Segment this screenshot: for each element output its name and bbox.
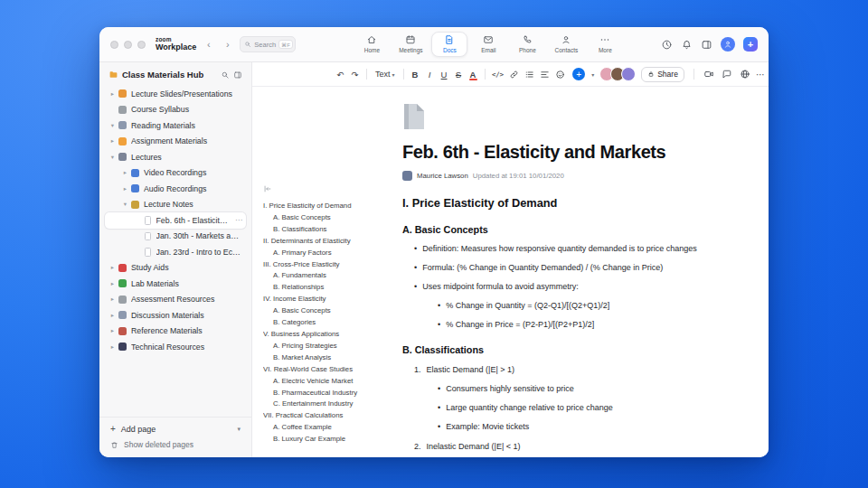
outline-item[interactable]: A. Basic Concepts	[263, 305, 392, 317]
outline-item[interactable]: A. Coffee Example	[263, 422, 392, 434]
outline-item[interactable]: IV. Income Elasticity	[263, 294, 392, 305]
document-canvas[interactable]: I. Price Elasticity of Demand A. Basic C…	[252, 87, 769, 457]
sidebar-item[interactable]: ▾ Reading Materials	[105, 117, 246, 134]
outline-item[interactable]: A. Basic Concepts	[263, 212, 392, 224]
sidebar-item[interactable]: ▸ Reference Materials	[105, 324, 246, 340]
chevron-down-icon[interactable]: ▾	[121, 201, 129, 208]
chevron-right-icon[interactable]: ▸	[108, 280, 117, 287]
outline-item[interactable]: VI. Real-World Case Studies	[263, 364, 392, 376]
comments-icon[interactable]	[722, 69, 732, 80]
tab-phone[interactable]: Phone	[509, 32, 545, 57]
sidebar-item[interactable]: ▸ Lecture Slides/Presentations	[105, 86, 246, 102]
sidebar-item[interactable]: Jan. 23rd - Intro to Econo...	[105, 244, 246, 260]
outline-item[interactable]: II. Determinants of Elasticity	[263, 236, 392, 248]
outline-item[interactable]: B. Market Analysis	[263, 352, 392, 364]
presence-avatars[interactable]	[599, 67, 636, 81]
undo-button[interactable]: ↶	[334, 67, 347, 81]
italic-button[interactable]: I	[423, 67, 437, 81]
outline-item[interactable]: B. Luxury Car Example	[263, 434, 392, 446]
outline-item[interactable]: B. Relationships	[263, 282, 392, 294]
sidebar-item[interactable]: ▸ Technical Resources	[105, 339, 246, 355]
sidebar-item[interactable]: Course Syllabus	[105, 102, 246, 118]
back-button[interactable]: ‹	[202, 38, 215, 52]
outline-item[interactable]: B. Categories	[263, 317, 392, 329]
tab-more[interactable]: More	[587, 32, 623, 57]
bullet-list-button[interactable]	[522, 67, 536, 81]
outline-item[interactable]: VII. Practical Calculations	[263, 410, 392, 422]
collapse-outline-icon[interactable]	[263, 184, 272, 193]
chevron-right-icon[interactable]: ▸	[108, 90, 117, 98]
outline-item[interactable]: III. Cross-Price Elasticity	[263, 259, 392, 271]
sidebar-item[interactable]: ▸ Assignment Materials	[105, 134, 246, 150]
tab-contacts[interactable]: Contacts	[548, 32, 584, 57]
tab-email[interactable]: Email	[470, 32, 506, 57]
underline-button[interactable]: U	[438, 67, 451, 81]
chevron-down-icon[interactable]: ▾	[108, 154, 117, 161]
sidebar-item[interactable]: ▾ Lectures	[105, 149, 246, 165]
sidebar-item[interactable]: ▸ Discussion Materials	[105, 307, 246, 324]
chevron-right-icon[interactable]: ▸	[108, 137, 117, 145]
chevron-right-icon[interactable]: ▸	[108, 327, 117, 334]
show-deleted-pages-button[interactable]: Show deleted pages	[110, 440, 241, 449]
sidebar-item[interactable]: ▸ Lab Materials	[105, 276, 246, 292]
sidebar-collapse-icon[interactable]	[233, 70, 242, 80]
chevron-right-icon[interactable]: ▸	[108, 312, 117, 319]
add-page-button[interactable]: + Add page ▾	[110, 424, 241, 434]
sidebar-item[interactable]: ▾ Lecture Notes	[105, 197, 246, 213]
outline-item[interactable]: A. Primary Factors	[263, 248, 392, 259]
outline-item[interactable]: I. Price Elasticity of Demand	[263, 201, 392, 212]
sidebar-item[interactable]: Feb. 6th - Elasticity and M... ⋯	[105, 212, 246, 229]
close-button[interactable]	[110, 41, 118, 49]
emoji-button[interactable]	[552, 67, 567, 81]
language-icon[interactable]	[740, 69, 750, 80]
chevron-right-icon[interactable]: ▸	[108, 264, 117, 271]
maximize-button[interactable]	[137, 41, 146, 49]
side-panel-icon[interactable]	[701, 39, 712, 51]
tab-docs[interactable]: Docs	[431, 32, 467, 57]
more-options-button[interactable]: ⋯	[756, 70, 766, 80]
forward-button[interactable]: ›	[221, 38, 234, 52]
history-icon[interactable]	[661, 39, 673, 51]
tab-home[interactable]: Home	[354, 32, 390, 57]
tab-meetings[interactable]: Meetings	[392, 32, 429, 57]
bold-button[interactable]: B	[409, 67, 422, 81]
text-style-dropdown[interactable]: Text▾	[372, 67, 399, 81]
align-button[interactable]	[537, 67, 552, 81]
sidebar-item[interactable]: ▸ Study Aids	[105, 260, 246, 277]
sidebar-item[interactable]: ▸ Audio Recordings	[105, 181, 246, 197]
user-avatar[interactable]	[721, 37, 735, 52]
chevron-down-icon[interactable]: ▾	[237, 426, 241, 433]
outline-item[interactable]: C. Entertainment Industry	[263, 399, 392, 410]
start-video-icon[interactable]	[703, 69, 714, 80]
document-body[interactable]: I. Price Elasticity of Demand A. Basic C…	[402, 196, 766, 452]
text-color-button[interactable]: A	[467, 67, 480, 81]
code-button[interactable]: </>	[490, 67, 506, 81]
sidebar-search-icon[interactable]	[221, 70, 230, 80]
insert-button[interactable]: +	[572, 68, 585, 80]
notifications-icon[interactable]	[681, 39, 693, 51]
outline-item[interactable]: A. Fundamentals	[263, 270, 392, 282]
outline-item[interactable]: B. Classifications	[263, 224, 392, 236]
link-button[interactable]	[506, 67, 521, 81]
sidebar-item[interactable]: Jan. 30th - Markets and P...	[105, 229, 246, 245]
sidebar-item[interactable]: ▸ Video Recordings	[105, 165, 246, 182]
outline-item[interactable]: V. Business Applications	[263, 329, 392, 341]
chevron-right-icon[interactable]: ▸	[108, 343, 117, 351]
add-button[interactable]: +	[743, 37, 758, 52]
presence-avatar[interactable]	[621, 67, 636, 81]
document-title[interactable]: Feb. 6th - Elasticity and Markets	[402, 140, 766, 164]
outline-item[interactable]: A. Electric Vehicle Market	[263, 376, 392, 388]
chevron-right-icon[interactable]: ▸	[108, 296, 117, 303]
minimize-button[interactable]	[124, 41, 132, 49]
strikethrough-button[interactable]: S	[452, 67, 466, 81]
insert-menu-button[interactable]: ▾	[586, 67, 599, 81]
redo-button[interactable]: ↷	[348, 67, 362, 81]
chevron-down-icon[interactable]: ▾	[108, 122, 117, 129]
outline-item[interactable]: B. Pharmaceutical Industry	[263, 388, 392, 399]
more-icon[interactable]: ⋯	[235, 216, 242, 224]
share-button[interactable]: Share	[641, 67, 684, 82]
sidebar-item[interactable]: ▸ Assessment Resources	[105, 292, 246, 308]
chevron-right-icon[interactable]: ▸	[121, 169, 129, 176]
outline-item[interactable]: A. Pricing Strategies	[263, 341, 392, 352]
chevron-right-icon[interactable]: ▸	[121, 185, 129, 192]
